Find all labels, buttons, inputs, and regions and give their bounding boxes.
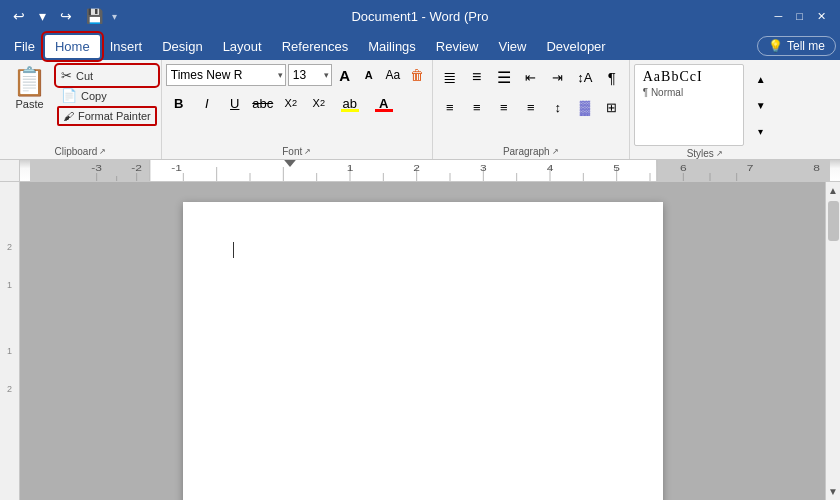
decrease-indent-button[interactable]: ⇤: [518, 64, 544, 90]
show-marks-button[interactable]: ¶: [599, 64, 625, 90]
cut-icon: ✂: [61, 68, 72, 83]
font-color-button[interactable]: A: [368, 90, 400, 116]
menu-layout[interactable]: Layout: [213, 35, 272, 58]
close-button[interactable]: ✕: [811, 8, 832, 25]
clipboard-content: 📋 Paste ✂ Cut 📄 Copy 🖌 Format Painter: [4, 64, 157, 144]
text-cursor: [233, 242, 234, 258]
styles-up-button[interactable]: ▲: [748, 66, 774, 92]
format-painter-label: Format Painter: [78, 110, 151, 122]
menu-references[interactable]: References: [272, 35, 358, 58]
font-color-underline: [375, 109, 393, 112]
svg-text:-2: -2: [131, 163, 142, 173]
line-spacing-button[interactable]: ↕: [545, 94, 571, 120]
underline-button[interactable]: U: [222, 90, 248, 116]
multilevel-button[interactable]: ☰: [491, 64, 517, 90]
ruler-mark-1: 1: [7, 280, 12, 290]
paragraph-row-1: ≣ ≡ ☰ ⇤ ⇥ ↕A ¶: [437, 64, 625, 90]
strikethrough-button[interactable]: abc: [250, 90, 276, 116]
menu-developer[interactable]: Developer: [536, 35, 615, 58]
highlight-color-button[interactable]: ab: [334, 90, 366, 116]
ruler-ticks: -3 -2 -1 1 2 3 4 5 6 7 8: [20, 160, 840, 181]
scroll-thumb[interactable]: [828, 201, 839, 241]
clipboard-expand-icon[interactable]: ↗: [99, 147, 106, 156]
menu-mailings[interactable]: Mailings: [358, 35, 426, 58]
paragraph-group-label: Paragraph ↗: [437, 144, 625, 159]
shrink-font-button[interactable]: A: [358, 64, 380, 86]
font-size-wrapper: 13: [288, 64, 332, 86]
paste-label: Paste: [15, 98, 43, 110]
font-name-wrapper: Times New R: [166, 64, 286, 86]
font-expand-icon[interactable]: ↗: [304, 147, 311, 156]
scroll-down-button[interactable]: ▼: [825, 483, 840, 500]
copy-button[interactable]: 📄 Copy: [57, 86, 157, 105]
ruler-mark-2: 2: [7, 242, 12, 252]
bold-button[interactable]: B: [166, 90, 192, 116]
format-painter-button[interactable]: 🖌 Format Painter: [57, 106, 157, 126]
minimize-button[interactable]: ─: [769, 8, 789, 24]
numbering-button[interactable]: ≡: [464, 64, 490, 90]
menu-insert[interactable]: Insert: [100, 35, 153, 58]
sort-button[interactable]: ↕A: [572, 64, 598, 90]
align-right-button[interactable]: ≡: [491, 94, 517, 120]
format-painter-icon: 🖌: [63, 110, 74, 122]
change-case-button[interactable]: Aa: [382, 64, 404, 86]
font-size-select[interactable]: 13: [288, 64, 332, 86]
justify-button[interactable]: ≡: [518, 94, 544, 120]
borders-button[interactable]: ⊞: [599, 94, 625, 120]
paragraph-group: ≣ ≡ ☰ ⇤ ⇥ ↕A ¶ ≡ ≡ ≡ ≡ ↕ ▓ ⊞ Paragraph ↗: [433, 60, 630, 159]
maximize-button[interactable]: □: [790, 8, 809, 24]
align-left-button[interactable]: ≡: [437, 94, 463, 120]
undo-dropdown-button[interactable]: ▾: [34, 6, 51, 26]
strikethrough-icon: abc: [252, 96, 273, 111]
clipboard-group-label: Clipboard ↗: [4, 144, 157, 159]
menu-file[interactable]: File: [4, 35, 45, 58]
font-group-label: Font ↗: [166, 144, 428, 159]
styles-normal-box[interactable]: AaBbCcI ¶ Normal: [634, 64, 744, 146]
clipboard-right: ✂ Cut 📄 Copy 🖌 Format Painter: [57, 64, 157, 126]
copy-label: Copy: [81, 90, 107, 102]
grow-font-button[interactable]: A: [334, 64, 356, 86]
increase-indent-button[interactable]: ⇥: [545, 64, 571, 90]
lightbulb-icon: 💡: [768, 39, 783, 53]
styles-content: AaBbCcI ¶ Normal ▲ ▼ ▾: [634, 64, 776, 146]
menu-review[interactable]: Review: [426, 35, 489, 58]
paragraph-content: ≣ ≡ ☰ ⇤ ⇥ ↕A ¶ ≡ ≡ ≡ ≡ ↕ ▓ ⊞: [437, 64, 625, 144]
font-row-1: Times New R 13 A A Aa 🗑: [166, 64, 428, 86]
svg-text:-3: -3: [91, 163, 102, 173]
scroll-up-button[interactable]: ▲: [825, 182, 840, 199]
subscript-button[interactable]: X2: [278, 90, 304, 116]
menu-home[interactable]: Home: [45, 35, 100, 58]
bullets-button[interactable]: ≣: [437, 64, 463, 90]
ribbon: 📋 Paste ✂ Cut 📄 Copy 🖌 Format Painter: [0, 60, 840, 160]
styles-group: AaBbCcI ¶ Normal ▲ ▼ ▾ Styles ↗: [630, 60, 780, 159]
cut-label: Cut: [76, 70, 93, 82]
left-sidebar: 2 1 1 2: [0, 182, 20, 500]
svg-text:1: 1: [347, 163, 354, 173]
italic-button[interactable]: I: [194, 90, 220, 116]
scrollbar[interactable]: ▲ ▼: [825, 182, 840, 500]
redo-button[interactable]: ↪: [55, 6, 77, 26]
clear-format-button[interactable]: 🗑: [406, 64, 428, 86]
font-group: Times New R 13 A A Aa 🗑 B I U a: [162, 60, 433, 159]
shading-button[interactable]: ▓: [572, 94, 598, 120]
align-center-button[interactable]: ≡: [464, 94, 490, 120]
paste-button[interactable]: 📋 Paste: [4, 64, 55, 114]
tell-me-input[interactable]: 💡 Tell me: [757, 36, 836, 56]
styles-down-button[interactable]: ▼: [748, 92, 774, 118]
doc-scroll-area[interactable]: [20, 182, 825, 500]
ruler-main[interactable]: -3 -2 -1 1 2 3 4 5 6 7 8: [20, 160, 840, 181]
save-button[interactable]: 💾: [81, 6, 108, 26]
document-page[interactable]: [183, 202, 663, 500]
paragraph-expand-icon[interactable]: ↗: [552, 147, 559, 156]
undo-button[interactable]: ↩: [8, 6, 30, 26]
ruler-white: [150, 160, 657, 181]
svg-text:5: 5: [613, 163, 620, 173]
font-name-select[interactable]: Times New R: [166, 64, 286, 86]
styles-more-button[interactable]: ▾: [748, 118, 774, 144]
superscript-button[interactable]: X2: [306, 90, 332, 116]
menu-design[interactable]: Design: [152, 35, 212, 58]
cut-button[interactable]: ✂ Cut: [57, 66, 157, 85]
styles-expand-icon[interactable]: ↗: [716, 149, 723, 158]
menu-view[interactable]: View: [488, 35, 536, 58]
svg-text:4: 4: [547, 163, 554, 173]
